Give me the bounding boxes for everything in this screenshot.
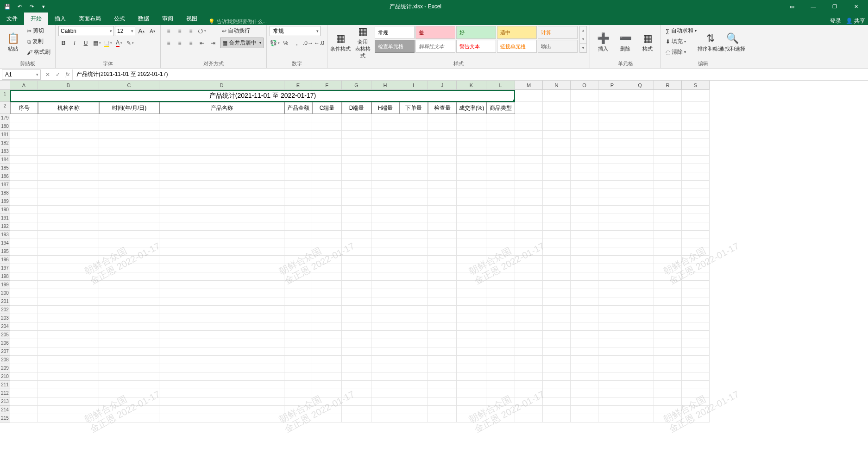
row-header[interactable]: 190 [0, 206, 10, 214]
insert-cells-button[interactable]: ➕插入 [593, 26, 613, 58]
row-header[interactable]: 211 [0, 381, 10, 389]
table-header-cell[interactable]: 商品类型 [486, 102, 515, 114]
row-header[interactable]: 182 [0, 139, 10, 147]
row-header[interactable]: 213 [0, 397, 10, 406]
select-all-corner[interactable] [0, 81, 10, 90]
style-cell[interactable]: 输出 [538, 40, 578, 53]
table-header-cell[interactable]: 序号 [10, 102, 38, 114]
row-header[interactable]: 184 [0, 156, 10, 164]
row-header[interactable]: 181 [0, 131, 10, 139]
column-header[interactable]: I [399, 81, 428, 90]
conditional-format-button[interactable]: ▦条件格式 [330, 26, 351, 58]
row-header[interactable]: 205 [0, 331, 10, 339]
percent-icon[interactable]: % [281, 38, 291, 48]
align-left-icon[interactable]: ≡ [164, 38, 174, 48]
gallery-more-icon[interactable]: ▾ [580, 44, 586, 52]
scroll-up-icon[interactable]: ▴ [580, 26, 586, 35]
accounting-format-icon[interactable]: 💱 [270, 38, 280, 48]
style-cell[interactable]: 警告文本 [456, 40, 496, 53]
style-cell[interactable]: 常规 [375, 26, 415, 39]
row-header[interactable]: 188 [0, 189, 10, 197]
row-header[interactable]: 208 [0, 356, 10, 364]
row-header[interactable]: 2 [0, 102, 10, 114]
align-bottom-icon[interactable]: ≡ [186, 26, 196, 36]
merge-center-button[interactable]: ▦合并后居中▾ [220, 38, 264, 48]
table-header-cell[interactable]: 产品金额 [284, 102, 312, 114]
row-header[interactable]: 214 [0, 406, 10, 414]
redo-icon[interactable]: ↷ [26, 1, 37, 12]
row-headers[interactable]: 1217918018118218318418518618718818919019… [0, 90, 10, 422]
row-header[interactable]: 191 [0, 214, 10, 222]
paste-button[interactable]: 📋 粘贴 [3, 26, 23, 58]
clear-button[interactable]: ◌清除▾ [664, 47, 698, 57]
row-header[interactable]: 210 [0, 372, 10, 381]
style-cell[interactable]: 计算 [538, 26, 578, 39]
phonetic-button[interactable]: ✎ [125, 38, 135, 48]
row-header[interactable]: 209 [0, 364, 10, 372]
autosum-button[interactable]: ∑自动求和▾ [664, 26, 698, 36]
row-header[interactable]: 195 [0, 247, 10, 256]
column-header[interactable]: K [457, 81, 486, 90]
row-header[interactable]: 197 [0, 264, 10, 272]
name-box[interactable]: A1 [2, 69, 41, 80]
column-headers[interactable]: ABCDEFGHIJKLMNOPQRS [10, 81, 710, 90]
enter-formula-icon[interactable]: ✓ [56, 71, 60, 78]
row-header[interactable]: 212 [0, 389, 10, 397]
find-select-button[interactable]: 🔍查找和选择 [723, 26, 743, 58]
row-header[interactable]: 198 [0, 272, 10, 281]
tab-insert[interactable]: 插入 [48, 13, 72, 25]
row-header[interactable]: 179 [0, 114, 10, 122]
format-as-table-button[interactable]: ▦套用 表格格式 [352, 26, 373, 58]
cells[interactable]: 产品统计(2021-11-01 至 2022-01-17)序号机构名称时间(年/… [10, 90, 710, 422]
spreadsheet-grid[interactable]: ABCDEFGHIJKLMNOPQRS 12179180181182183184… [0, 81, 868, 454]
increase-decimal-icon[interactable]: .0→ [303, 38, 313, 48]
column-header[interactable]: S [682, 81, 710, 90]
row-header[interactable]: 206 [0, 339, 10, 347]
font-size-combo[interactable]: 12 [115, 26, 135, 36]
row-header[interactable]: 196 [0, 256, 10, 264]
comma-icon[interactable]: , [292, 38, 302, 48]
column-header[interactable]: R [654, 81, 682, 90]
cancel-formula-icon[interactable]: ✕ [45, 71, 50, 78]
column-header[interactable]: A [10, 81, 38, 90]
column-header[interactable]: D [159, 81, 284, 90]
increase-indent-icon[interactable]: ⇥ [208, 38, 218, 48]
row-header[interactable]: 215 [0, 414, 10, 422]
fx-icon[interactable]: fx [65, 71, 69, 78]
style-cell[interactable]: 好 [456, 26, 496, 39]
row-header[interactable]: 185 [0, 164, 10, 172]
qat-customize-icon[interactable]: ▾ [38, 1, 49, 12]
fill-color-button[interactable]: ⬚ [103, 38, 113, 48]
row-header[interactable]: 186 [0, 172, 10, 181]
column-header[interactable]: N [543, 81, 571, 90]
bold-button[interactable]: B [58, 38, 69, 48]
row-header[interactable]: 202 [0, 306, 10, 314]
merged-title-cell[interactable]: 产品统计(2021-11-01 至 2022-01-17) [10, 90, 515, 102]
underline-button[interactable]: U [81, 38, 91, 48]
style-cell[interactable]: 解释性文本 [415, 40, 455, 53]
row-header[interactable]: 199 [0, 281, 10, 289]
column-header[interactable]: L [486, 81, 515, 90]
style-cell[interactable]: 检查单元格 [375, 40, 415, 53]
row-header[interactable]: 183 [0, 147, 10, 156]
decrease-decimal-icon[interactable]: ←.0 [314, 38, 324, 48]
row-header[interactable]: 193 [0, 231, 10, 239]
column-header[interactable]: G [342, 81, 371, 90]
orientation-icon[interactable]: ⭯ [197, 26, 207, 36]
tab-home[interactable]: 开始 [24, 13, 48, 25]
fill-handle[interactable] [513, 100, 515, 102]
tell-me-search[interactable]: 💡 告诉我您想要做什么... [208, 18, 267, 25]
table-header-cell[interactable]: 产品名称 [159, 102, 284, 114]
ribbon-display-icon[interactable]: ▭ [783, 0, 801, 13]
style-cell[interactable]: 链接单元格 [497, 40, 537, 53]
row-header[interactable]: 203 [0, 314, 10, 322]
gallery-scroll[interactable]: ▴▾▾ [579, 26, 587, 53]
close-icon[interactable]: ✕ [847, 0, 865, 13]
column-header[interactable]: B [38, 81, 99, 90]
tab-view[interactable]: 视图 [180, 13, 204, 25]
maximize-icon[interactable]: ❐ [825, 0, 844, 13]
column-header[interactable]: F [312, 81, 342, 90]
align-top-icon[interactable]: ≡ [164, 26, 174, 36]
font-name-combo[interactable]: Calibri [58, 26, 114, 36]
cell-styles-gallery[interactable]: 常规差好适中计算检查单元格解释性文本警告文本链接单元格输出 [375, 26, 578, 53]
